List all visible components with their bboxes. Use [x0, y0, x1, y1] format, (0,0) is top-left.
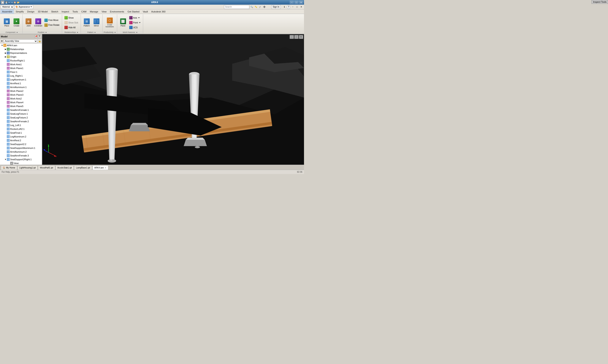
model-tree[interactable]: ▼⊞ARK4.iam▶⟳Relationships▶⊡Representatio…: [0, 43, 42, 165]
tree-item[interactable]: ⬡ArmRest:1: [0, 81, 42, 85]
minimize-button[interactable]: −: [290, 1, 294, 4]
quick-save[interactable]: 💾: [5, 1, 8, 4]
tree-item[interactable]: ⬡SeatArmFemale:3: [0, 154, 42, 157]
viewport[interactable]: X Y Z − □ ✕: [42, 34, 304, 165]
point-button[interactable]: Point: [128, 20, 142, 25]
place-button[interactable]: ▦ Place: [2, 16, 11, 29]
tree-item[interactable]: ⬡SeatSupport2:2: [0, 142, 42, 146]
tab-ark4-close[interactable]: ✕: [105, 167, 106, 169]
sign-in-button[interactable]: Sign In: [271, 5, 281, 9]
pattern-group-label[interactable]: Pattern: [81, 31, 102, 33]
tree-item[interactable]: ⬡Leg_Left:1: [0, 123, 42, 127]
menu-environments[interactable]: Environments: [108, 9, 126, 14]
add-button[interactable]: ➕: [262, 5, 266, 9]
tab-woodhalf[interactable]: WoodHalf1.ipt: [38, 166, 55, 170]
freemove-button[interactable]: Free Move: [43, 18, 61, 23]
tree-item[interactable]: ⬡RockerLeft2:1: [0, 127, 42, 131]
secondary-minimize[interactable]: −: [291, 5, 295, 9]
tab-acrylicslab[interactable]: AcrylicSlab1.ipt: [55, 166, 74, 170]
calc-button[interactable]: 𝑓: [258, 5, 262, 9]
appearance-selector[interactable]: 🎨 Appearance: [14, 5, 33, 9]
tab-lampbase[interactable]: LampBase1.ipt: [74, 166, 92, 170]
tree-item[interactable]: —Work Plane2: [0, 89, 42, 93]
tree-item[interactable]: ▶⟳Relationships: [0, 47, 42, 51]
constrain-button[interactable]: ⊛ Constrain: [34, 16, 43, 29]
createsubst-button[interactable]: ⬡ Create Substitutes: [104, 16, 116, 29]
tree-item[interactable]: ▼⬡SeatSupport2Right:1: [0, 157, 42, 161]
mirror-button[interactable]: ⋮⋮ Mirror: [92, 16, 101, 29]
maximize-button[interactable]: □: [294, 1, 298, 4]
tree-item[interactable]: ⬡SeatArmFemale:2: [0, 119, 42, 123]
tree-item[interactable]: ⬡SeatFinal:1: [0, 131, 42, 135]
tree-item[interactable]: ⬡SeatSupportAluminum:1: [0, 146, 42, 150]
tree-item[interactable]: ▶⊡Representations: [0, 51, 42, 55]
tree-item[interactable]: —Work Plane5: [0, 104, 42, 108]
quick-undo[interactable]: ↩: [8, 1, 10, 4]
position-group-label[interactable]: Position: [23, 31, 62, 33]
menu-inspect[interactable]: Inspect: [60, 9, 71, 14]
joint-button[interactable]: ⊕ Joint: [24, 16, 33, 29]
tree-item[interactable]: ⬡LegAluminum:2: [0, 135, 42, 139]
create-button[interactable]: ✦ Create: [12, 16, 21, 29]
menu-simplify[interactable]: Simplify: [14, 9, 26, 14]
menu-cam[interactable]: CAM: [80, 9, 88, 14]
panel-help-button[interactable]: ?: [38, 35, 41, 38]
secondary-close[interactable]: ✕: [299, 5, 303, 9]
tree-item[interactable]: ⬡Leg_Right:1: [0, 74, 42, 78]
info-button[interactable]: ℹ: [283, 5, 286, 9]
menu-sketch[interactable]: Sketch: [49, 9, 60, 14]
tree-item[interactable]: ⬡Floor:1: [0, 70, 42, 74]
tree-item[interactable]: ⬡RockerRight:1: [0, 59, 42, 63]
tab-lighthousing[interactable]: LightHousing1.ipt: [17, 166, 38, 170]
plane-button[interactable]: ⬜ Plane: [118, 16, 128, 29]
axis-button[interactable]: Axis: [128, 15, 142, 20]
pattern-button[interactable]: ⊞ Pattern: [82, 16, 91, 29]
menu-tools[interactable]: Tools: [71, 9, 80, 14]
tree-item[interactable]: ⬡SeatLegFixture:1: [0, 112, 42, 116]
menu-design[interactable]: Design: [26, 9, 36, 14]
tree-item[interactable]: —Work Axis1: [0, 63, 42, 66]
tree-item[interactable]: —Work Axis2: [0, 97, 42, 101]
search-input[interactable]: [224, 5, 249, 9]
menu-view[interactable]: View: [100, 9, 108, 14]
tree-item[interactable]: —Work Plane3: [0, 93, 42, 97]
productivity-group-label[interactable]: Productivity: [103, 31, 117, 33]
tree-view-selector[interactable]: Assembly View: [4, 39, 38, 43]
home-tab[interactable]: 🏠 My Home: [1, 166, 17, 170]
tree-item[interactable]: ⬡LegAluminum:1: [0, 78, 42, 81]
tree-item[interactable]: ⬡ArmAluminum:2: [0, 150, 42, 154]
showsick-button[interactable]: Show Sick: [63, 20, 79, 25]
tree-item[interactable]: ⬡SeatArmFemale:1: [0, 108, 42, 112]
quick-open[interactable]: 📂: [17, 1, 19, 4]
quick-home[interactable]: 🏠: [13, 1, 16, 4]
hideall-button[interactable]: Hide All: [63, 25, 79, 30]
tab-ark4[interactable]: ARK4.iam ✕: [92, 166, 108, 170]
menu-manage[interactable]: Manage: [88, 9, 100, 14]
freerotate-button[interactable]: Free Rotate: [43, 23, 61, 27]
relationships-group-label[interactable]: Relationships: [62, 31, 81, 33]
tree-item[interactable]: —Work Plane4: [0, 101, 42, 104]
material-selector[interactable]: Material: [1, 5, 14, 9]
help-button[interactable]: ?: [287, 5, 290, 9]
quick-redo[interactable]: ↪: [11, 1, 13, 4]
menu-getstarted[interactable]: Get Started: [126, 9, 141, 14]
search-button[interactable]: 🔍: [250, 5, 254, 9]
secondary-maximize[interactable]: □: [295, 5, 299, 9]
menu-3dmodel[interactable]: 3D Model: [36, 9, 49, 14]
tree-item[interactable]: ⬡SeatLegFixture:2: [0, 116, 42, 119]
show-button[interactable]: Show: [63, 15, 79, 20]
tree-item[interactable]: ▶✦Origin: [0, 55, 42, 59]
menu-autodesk360[interactable]: Autodesk 360: [150, 9, 167, 14]
measure-button[interactable]: 📏: [254, 5, 258, 9]
panel-pin-button[interactable]: 📌: [35, 35, 38, 38]
menu-assemble[interactable]: Assemble: [0, 9, 14, 14]
component-group-label[interactable]: Component: [1, 31, 22, 33]
workfeatures-group-label[interactable]: Work Features: [117, 31, 143, 33]
menu-vault[interactable]: Vault: [141, 9, 149, 14]
ucs-button[interactable]: UCS: [128, 25, 142, 30]
close-button[interactable]: ✕: [299, 1, 303, 4]
tree-item[interactable]: ▼⊞ARK4.iam: [0, 43, 42, 47]
tree-item[interactable]: —Work Plane1: [0, 66, 42, 70]
tree-item[interactable]: ⬡ArmRest:2: [0, 139, 42, 142]
tree-item[interactable]: ⬡ArmAluminum:1: [0, 85, 42, 89]
